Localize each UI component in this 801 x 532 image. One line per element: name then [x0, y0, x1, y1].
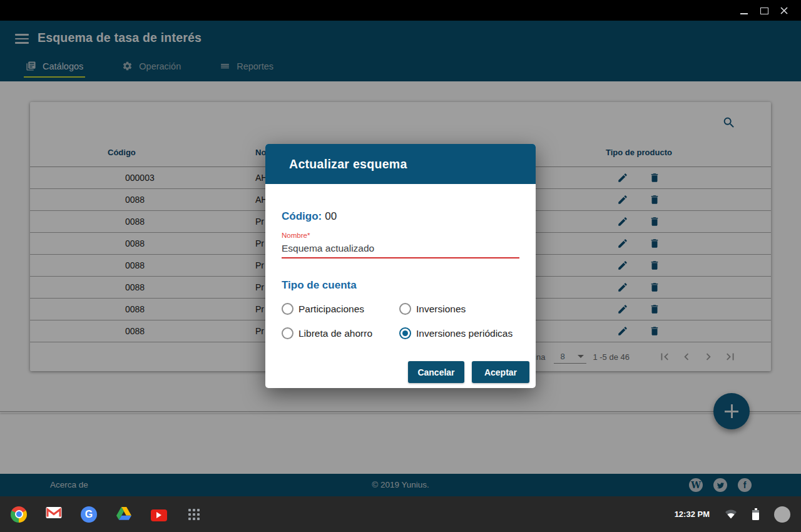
- window-titlebar: [0, 0, 801, 21]
- code-label: Código:: [282, 210, 322, 222]
- name-field-label: Nombre*: [282, 232, 310, 239]
- name-input[interactable]: Esquema actualizado: [282, 243, 374, 254]
- maximize-icon: [760, 8, 768, 14]
- update-scheme-dialog: Actualizar esquema Código:00 Nombre* Esq…: [265, 144, 536, 388]
- chrome-icon[interactable]: [11, 506, 27, 523]
- cancel-button[interactable]: Cancelar: [408, 361, 464, 383]
- code-value: 00: [325, 210, 337, 222]
- apps-grid-icon[interactable]: [188, 509, 200, 520]
- accept-button[interactable]: Aceptar: [472, 361, 529, 383]
- screen: Esquema de tasa de interés Catálogos Ope…: [0, 0, 801, 532]
- taskbar: G 12:32 PM: [0, 496, 801, 532]
- wifi-icon[interactable]: [725, 509, 737, 519]
- account-type-label: Tipo de cuenta: [282, 279, 357, 292]
- minimize-icon: [740, 13, 748, 14]
- radio-icon: [399, 327, 411, 339]
- radio-icon: [282, 327, 293, 339]
- radio-icon: [282, 303, 293, 315]
- name-input-underline: [282, 257, 519, 258]
- dialog-title: Actualizar esquema: [289, 144, 407, 184]
- close-icon: [780, 6, 788, 15]
- radio-inversiones[interactable]: Inversiones: [399, 303, 466, 315]
- gmail-icon[interactable]: [46, 506, 62, 523]
- close-button[interactable]: [778, 5, 790, 16]
- radio-libreta-de-ahorro[interactable]: Libreta de ahorro: [282, 327, 372, 339]
- minimize-button[interactable]: [738, 5, 750, 16]
- battery-icon[interactable]: [752, 508, 759, 520]
- drive-icon[interactable]: [116, 506, 132, 523]
- account-icon[interactable]: [774, 506, 790, 523]
- dialog-header: Actualizar esquema: [265, 144, 536, 184]
- taskbar-status: 12:32 PM: [675, 496, 790, 532]
- radio-participaciones[interactable]: Participaciones: [282, 303, 364, 315]
- code-line: Código:00: [282, 210, 337, 223]
- taskbar-apps: G: [11, 496, 202, 532]
- youtube-icon[interactable]: [151, 509, 167, 521]
- clock[interactable]: 12:32 PM: [675, 509, 710, 519]
- radio-icon: [399, 303, 411, 315]
- radio-inversiones-periodicas[interactable]: Inversiones periódicas: [399, 327, 513, 339]
- google-icon[interactable]: G: [81, 506, 97, 523]
- maximize-button[interactable]: [758, 5, 770, 16]
